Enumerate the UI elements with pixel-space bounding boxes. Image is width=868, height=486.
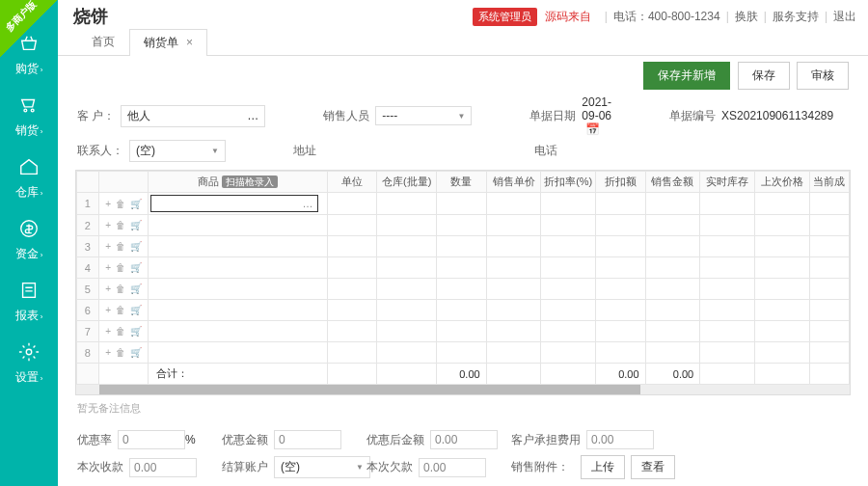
delete-icon: 🗑	[116, 199, 125, 209]
cart-icon	[0, 94, 58, 119]
topbar: 烧饼 系统管理员 源码来自 | 电话：400-800-1234 | 换肤 | 服…	[58, 0, 868, 29]
cart-icon: 🛒	[130, 241, 142, 252]
cart-icon: 🛒	[130, 326, 142, 337]
row-ops[interactable]: + 🗑 🛒	[98, 236, 149, 257]
table-row[interactable]: 3+ 🗑 🛒	[77, 236, 850, 257]
upload-button[interactable]: 上传	[581, 455, 625, 479]
salesperson-label: 销售人员	[323, 108, 369, 124]
sidebar-item-report[interactable]: 报表›	[0, 270, 58, 332]
table-row[interactable]: 8+ 🗑 🛒	[77, 342, 850, 364]
doc-no: XS202109061134289	[721, 109, 833, 122]
product-input[interactable]: …	[150, 195, 317, 212]
date-label: 单据日期	[529, 108, 576, 124]
customer-label: 客 户：	[77, 108, 115, 124]
role-badge: 系统管理员	[473, 8, 537, 26]
table-row[interactable]: 7+ 🗑 🛒	[77, 321, 850, 342]
discount-rate-input[interactable]: 0	[118, 430, 185, 449]
phone-label: 电话	[534, 143, 557, 159]
dollar-icon	[0, 218, 58, 242]
add-icon: +	[105, 262, 111, 273]
memo-placeholder[interactable]: 暂无备注信息	[77, 401, 849, 416]
save-button[interactable]: 保存	[738, 62, 790, 90]
customer-select[interactable]: 他人…	[121, 105, 265, 127]
gear-icon	[0, 341, 58, 365]
delete-icon: 🗑	[116, 284, 125, 294]
salesperson-select[interactable]: ----▼	[375, 106, 472, 125]
svg-point-0	[24, 109, 27, 112]
row-ops[interactable]: + 🗑 🛒	[98, 193, 149, 215]
audit-button[interactable]: 审核	[797, 62, 849, 90]
address-label: 地址	[293, 143, 316, 159]
save-and-new-button[interactable]: 保存并新增	[643, 62, 730, 90]
report-icon	[0, 280, 58, 304]
after-discount: 0.00	[430, 430, 498, 449]
cart-icon: 🛒	[130, 262, 142, 273]
discount-amount-input[interactable]: 0	[274, 430, 341, 449]
svg-point-1	[31, 109, 34, 112]
sidebar-item-cart[interactable]: 销货›	[0, 85, 58, 147]
sidebar-item-gear[interactable]: 设置›	[0, 332, 58, 393]
table-row[interactable]: 6+ 🗑 🛒	[77, 300, 850, 321]
calendar-icon[interactable]: 📅	[585, 122, 600, 136]
contact-select[interactable]: (空)▼	[129, 140, 226, 162]
items-grid: 商品 扫描枪录入 单位 仓库(批量) 数量 销售单价 折扣率(%) 折扣额 销售…	[75, 170, 851, 395]
table-row[interactable]: 2+ 🗑 🛒	[77, 215, 850, 236]
row-ops[interactable]: + 🗑 🛒	[98, 321, 149, 342]
cart-icon: 🛒	[130, 347, 142, 358]
add-icon: +	[105, 326, 111, 337]
delete-icon: 🗑	[116, 305, 125, 315]
delete-icon: 🗑	[116, 347, 125, 358]
source-link[interactable]: 源码来自	[545, 9, 591, 25]
row-ops[interactable]: + 🗑 🛒	[98, 257, 149, 279]
button-bar: 保存并新增 保存 审核	[58, 56, 868, 94]
tel-label: 电话：400-800-1234	[613, 9, 720, 25]
delete-icon: 🗑	[116, 262, 125, 273]
cart-icon: 🛒	[130, 305, 142, 315]
add-icon: +	[105, 347, 111, 358]
corner-badge: 多商户版	[0, 0, 58, 58]
add-icon: +	[105, 284, 111, 294]
delete-icon: 🗑	[116, 220, 125, 230]
cart-icon: 🛒	[130, 199, 142, 209]
cart-icon: 🛒	[130, 220, 142, 230]
settle-account-select[interactable]: (空)▼	[274, 456, 370, 478]
sidebar-item-dollar[interactable]: 资金›	[0, 208, 58, 270]
tab-sales-order[interactable]: 销货单×	[129, 29, 207, 56]
contact-label: 联系人：	[77, 143, 123, 159]
tabs: 首页 销货单×	[58, 29, 868, 56]
skin-link[interactable]: 换肤	[735, 9, 758, 25]
add-icon: +	[105, 199, 111, 209]
customer-cost-input[interactable]: 0.00	[586, 430, 654, 449]
svg-point-4	[26, 349, 32, 355]
cart-icon: 🛒	[130, 284, 142, 294]
delete-icon: 🗑	[116, 241, 125, 252]
row-ops[interactable]: + 🗑 🛒	[98, 300, 149, 321]
doc-no-label: 单据编号	[669, 108, 716, 124]
svg-rect-3	[23, 284, 36, 298]
row-ops[interactable]: + 🗑 🛒	[98, 342, 149, 364]
this-payment-input[interactable]: 0.00	[129, 458, 197, 477]
sidebar: 购货›销货›仓库›资金›报表›设置›	[0, 0, 58, 486]
add-icon: +	[105, 241, 111, 252]
horizontal-scrollbar[interactable]	[76, 385, 850, 394]
date-input[interactable]: 2021-09-06📅	[582, 95, 611, 136]
row-ops[interactable]: + 🗑 🛒	[98, 279, 149, 300]
house-icon	[0, 156, 58, 180]
support-link[interactable]: 服务支持	[773, 9, 819, 25]
table-row[interactable]: 1+ 🗑 🛒…	[77, 193, 850, 215]
page-title: 烧饼	[73, 5, 108, 28]
debt: 0.00	[419, 458, 486, 477]
close-icon[interactable]: ×	[186, 36, 193, 49]
add-icon: +	[105, 220, 111, 230]
view-button[interactable]: 查看	[631, 455, 675, 479]
delete-icon: 🗑	[116, 326, 125, 337]
logout-link[interactable]: 退出	[833, 9, 856, 25]
tab-home[interactable]: 首页	[77, 28, 129, 55]
table-row[interactable]: 4+ 🗑 🛒	[77, 257, 850, 279]
row-ops[interactable]: + 🗑 🛒	[98, 215, 149, 236]
scan-tag[interactable]: 扫描枪录入	[222, 176, 278, 188]
add-icon: +	[105, 305, 111, 315]
table-row[interactable]: 5+ 🗑 🛒	[77, 279, 850, 300]
sidebar-item-house[interactable]: 仓库›	[0, 147, 58, 208]
